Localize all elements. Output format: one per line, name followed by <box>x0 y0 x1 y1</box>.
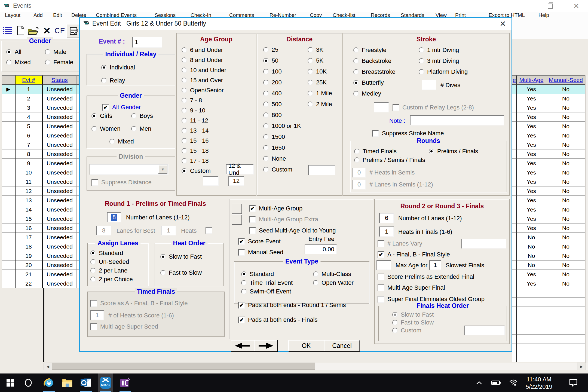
clear-event-icon[interactable]: CE <box>54 26 66 35</box>
checkbox-icon[interactable] <box>238 302 245 309</box>
age-group-option-1[interactable]: 8 and Under <box>182 56 226 64</box>
event-row-right-1[interactable]: Yes No <box>512 94 585 103</box>
event-row-right-6[interactable]: Yes No <box>512 140 585 149</box>
status-cell[interactable]: Unseeded <box>43 140 77 149</box>
custom-distance-field[interactable] <box>308 165 335 175</box>
manual-seed-cell[interactable]: No <box>546 261 585 270</box>
age-group-option-10[interactable]: 15 - 18 <box>182 147 226 155</box>
distance-option-6[interactable]: 800 <box>263 111 301 119</box>
radio-icon[interactable] <box>182 88 187 93</box>
radio-icon[interactable] <box>182 168 187 174</box>
status-cell[interactable]: Unseeded <box>43 242 77 251</box>
multi-age-cell[interactable]: Yes <box>517 149 546 159</box>
event-row-right-16[interactable]: No No <box>512 233 585 242</box>
manual-seed-cell[interactable]: No <box>546 233 585 242</box>
checkbox-icon[interactable] <box>102 104 109 111</box>
checkbox-icon[interactable] <box>238 249 245 256</box>
radio-icon[interactable] <box>263 47 269 53</box>
evt-number-cell[interactable]: 6 <box>16 131 43 140</box>
score-prelims-checkbox[interactable]: Score Prelims as Extended Final <box>378 273 474 281</box>
event-type-option-1[interactable]: Time Trial Event <box>241 279 293 287</box>
radio-icon[interactable] <box>182 47 187 53</box>
event-row-right-10[interactable]: Yes No <box>512 177 585 186</box>
manual-seed-column-header[interactable]: Manual-Seed <box>546 75 585 85</box>
heats-in-finals-field[interactable]: 1 <box>379 226 394 237</box>
radio-icon[interactable] <box>182 68 187 73</box>
checkbox-icon[interactable] <box>393 104 399 111</box>
men-radio[interactable]: Men <box>131 125 151 133</box>
row-selector-cell[interactable]: ▶ <box>2 251 16 261</box>
status-cell[interactable]: Unseeded <box>43 270 77 279</box>
manual-seed-cell[interactable]: No <box>546 122 585 131</box>
event-row-2[interactable]: ▶ 3 Unseeded <box>2 103 79 112</box>
row-selector-cell[interactable]: ▶ <box>2 214 16 223</box>
radio-icon[interactable] <box>182 118 187 123</box>
multi-age-cell[interactable]: No <box>517 242 546 251</box>
relay-radio[interactable]: Relay <box>101 77 125 84</box>
event-row-10[interactable]: ▶ 11 Unseeded <box>2 177 79 186</box>
multi-age-extra-expand-button[interactable] <box>232 215 242 225</box>
radio-icon[interactable] <box>6 49 12 55</box>
event-row-17[interactable]: ▶ 18 Unseeded <box>2 242 79 251</box>
num-dives-field[interactable] <box>422 80 436 90</box>
radio-icon[interactable] <box>263 91 269 96</box>
event-row-right-2[interactable]: Yes No <box>512 103 585 112</box>
row-selector-cell[interactable]: ▶ <box>2 196 16 205</box>
pads-round1-checkbox[interactable]: Pads at both ends - Round 1 / Semis <box>238 301 346 309</box>
radio-icon[interactable] <box>308 91 313 96</box>
row-selector-cell[interactable]: ▶ <box>2 261 16 270</box>
next-event-button[interactable] <box>254 340 277 351</box>
multi-age-cell[interactable]: Yes <box>517 159 546 168</box>
score-ab-checkbox[interactable]: Score as A - Final, B - Final Style <box>90 299 188 307</box>
outlook-icon[interactable] <box>79 373 93 392</box>
radio-icon[interactable] <box>90 277 96 282</box>
event-row-15[interactable]: ▶ 16 Unseeded <box>2 223 79 233</box>
radio-icon[interactable] <box>353 47 359 53</box>
event-row-1[interactable]: ▶ 2 Unseeded <box>2 94 79 103</box>
prelims-semis-finals-radio[interactable]: Prelims / Semis / Finals <box>354 156 425 164</box>
evt-number-cell[interactable]: 14 <box>16 205 43 214</box>
manual-seed-cell[interactable]: No <box>546 131 585 140</box>
multi-age-cell[interactable]: Yes <box>517 85 546 94</box>
file-explorer-icon[interactable] <box>60 373 75 392</box>
radio-icon[interactable] <box>6 60 12 65</box>
menu-help[interactable]: Help <box>538 12 549 18</box>
radio-icon[interactable] <box>313 271 318 277</box>
evt-number-cell[interactable]: 5 <box>16 122 43 131</box>
heat-order-option-1[interactable]: Fast to Slow <box>160 269 202 277</box>
radio-icon[interactable] <box>182 158 187 164</box>
evt-number-cell[interactable]: 8 <box>16 149 43 159</box>
multi-age-cell[interactable]: Yes <box>517 122 546 131</box>
radio-icon[interactable] <box>90 259 96 265</box>
event-row-right-0[interactable]: Yes No <box>512 85 585 94</box>
distance-option-1[interactable]: 50 <box>263 57 301 65</box>
assign-lanes-option-2[interactable]: 2 per Lane <box>90 267 133 274</box>
evt-number-cell[interactable]: 19 <box>16 251 43 261</box>
checkbox-icon[interactable] <box>378 251 384 258</box>
status-cell[interactable]: Unseeded <box>43 122 77 131</box>
girls-radio[interactable]: Girls <box>91 112 112 120</box>
row-selector-cell[interactable]: ▶ <box>2 149 16 159</box>
diving-option-2[interactable]: Platform Diving <box>419 68 468 76</box>
event-row-right-7[interactable]: Yes No <box>512 149 585 159</box>
radio-icon[interactable] <box>91 113 97 119</box>
radio-icon[interactable] <box>182 57 187 63</box>
status-cell[interactable]: Unseeded <box>43 223 77 233</box>
heat-order-option-0[interactable]: Slow to Fast <box>160 253 202 261</box>
boys-radio[interactable]: Boys <box>131 112 153 120</box>
distance-option-5[interactable]: 500 <box>263 100 301 108</box>
evt-number-cell[interactable]: 4 <box>16 112 43 122</box>
entry-fee-field[interactable]: 0.00 <box>305 244 337 254</box>
evt-number-cell[interactable]: 12 <box>16 186 43 196</box>
radio-icon[interactable] <box>101 65 107 70</box>
checkbox-icon[interactable] <box>249 216 256 223</box>
status-cell[interactable]: Unseeded <box>43 196 77 205</box>
heats-to-score-field[interactable]: 1 <box>90 310 104 320</box>
dialog-close-button[interactable]: ✕ <box>498 19 508 29</box>
multi-age-cell[interactable]: No <box>517 261 546 270</box>
age-range-high-field[interactable]: 12 <box>228 176 244 186</box>
event-row-20[interactable]: ▶ 21 Unseeded <box>2 270 79 279</box>
evt-number-cell[interactable]: 2 <box>16 94 43 103</box>
status-cell[interactable]: Unseeded <box>43 94 77 103</box>
radio-icon[interactable] <box>263 69 269 74</box>
